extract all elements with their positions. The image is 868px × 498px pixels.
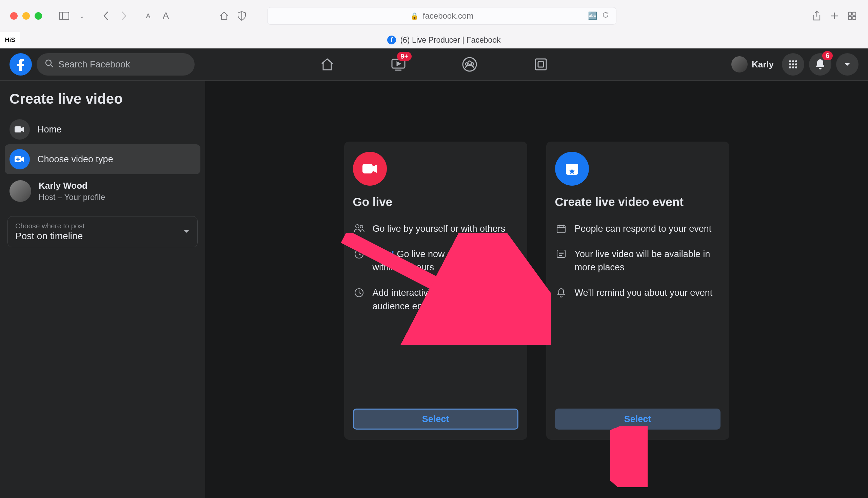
minimize-window-button[interactable] bbox=[22, 12, 30, 19]
camera-icon bbox=[10, 119, 30, 140]
watch-badge: 9+ bbox=[397, 52, 412, 61]
chevron-down-icon bbox=[183, 229, 190, 235]
text-size-small-icon[interactable]: A bbox=[142, 10, 154, 22]
nav-home[interactable] bbox=[312, 49, 343, 80]
facebook-logo[interactable] bbox=[10, 53, 32, 76]
card-create-event: Create live video event People can respo… bbox=[546, 142, 729, 440]
search-placeholder: Search Facebook bbox=[58, 59, 130, 70]
card-title: Create live video event bbox=[555, 195, 720, 209]
nav-gaming[interactable] bbox=[525, 49, 556, 80]
search-input[interactable]: Search Facebook bbox=[37, 53, 195, 76]
feature-row: New! Go live now or automatically within… bbox=[353, 248, 519, 274]
svg-point-15 bbox=[792, 60, 794, 62]
forward-button[interactable] bbox=[118, 10, 129, 22]
text-size-large-icon[interactable]: A bbox=[160, 10, 171, 22]
tab-strip: HiS f (6) Live Producer | Facebook bbox=[0, 32, 868, 48]
svg-point-6 bbox=[46, 60, 51, 65]
avatar bbox=[10, 180, 31, 202]
live-camera-icon bbox=[353, 152, 387, 186]
svg-point-10 bbox=[465, 63, 468, 65]
clock-icon bbox=[353, 286, 365, 313]
svg-point-21 bbox=[792, 66, 794, 68]
select-go-live-button[interactable]: Select bbox=[353, 409, 519, 430]
tab-dropdown-icon[interactable]: ⌄ bbox=[76, 10, 88, 22]
sidebar-item-home[interactable]: Home bbox=[5, 115, 200, 144]
svg-point-19 bbox=[795, 63, 797, 65]
content-area: Go live Go live by yourself or with othe… bbox=[205, 81, 868, 498]
tab-overview-icon[interactable] bbox=[846, 10, 858, 22]
account-dropdown-button[interactable] bbox=[836, 53, 858, 76]
svg-point-16 bbox=[795, 60, 797, 62]
svg-rect-31 bbox=[566, 164, 578, 167]
menu-button[interactable] bbox=[782, 53, 804, 76]
svg-point-20 bbox=[789, 66, 791, 68]
svg-rect-2 bbox=[848, 12, 851, 15]
card-title: Go live bbox=[353, 195, 519, 209]
svg-rect-5 bbox=[853, 17, 856, 19]
calendar-event-icon bbox=[555, 152, 589, 186]
translate-icon[interactable]: 🔤 bbox=[588, 12, 597, 20]
search-icon bbox=[45, 59, 54, 70]
svg-point-18 bbox=[792, 63, 794, 65]
lock-icon: 🔒 bbox=[410, 12, 419, 20]
svg-rect-25 bbox=[362, 164, 373, 173]
profile-chip[interactable]: Karly bbox=[731, 56, 774, 73]
svg-point-27 bbox=[360, 225, 363, 228]
svg-point-17 bbox=[789, 63, 791, 65]
plus-camera-icon bbox=[10, 149, 30, 169]
url-text: facebook.com bbox=[423, 11, 473, 21]
svg-point-22 bbox=[795, 66, 797, 68]
sidebar: Create live video Home Choose video type… bbox=[0, 81, 205, 498]
svg-point-26 bbox=[356, 225, 359, 228]
sidebar-item-choose-type[interactable]: Choose video type bbox=[5, 144, 200, 174]
svg-point-9 bbox=[468, 61, 471, 64]
share-icon[interactable] bbox=[811, 10, 822, 22]
select-event-button[interactable]: Select bbox=[555, 409, 720, 430]
svg-rect-13 bbox=[538, 62, 544, 67]
calendar-icon bbox=[555, 222, 567, 235]
close-window-button[interactable] bbox=[10, 12, 18, 19]
facebook-favicon: f bbox=[387, 36, 396, 44]
privacy-shield-icon[interactable] bbox=[236, 10, 247, 22]
feature-row: Go live by yourself or with others bbox=[353, 222, 519, 235]
notifications-button[interactable]: 6 bbox=[809, 53, 831, 76]
nav-watch[interactable]: 9+ bbox=[383, 49, 414, 80]
svg-rect-4 bbox=[848, 17, 851, 19]
svg-rect-12 bbox=[535, 59, 546, 70]
nav-groups[interactable] bbox=[454, 49, 485, 80]
browser-toolbar: ⌄ A A 🔒 facebook.com 🔤 bbox=[0, 0, 868, 32]
zoom-window-button[interactable] bbox=[35, 12, 42, 19]
bell-icon bbox=[555, 286, 567, 300]
svg-rect-3 bbox=[853, 12, 856, 15]
newsfeed-icon bbox=[555, 248, 567, 274]
people-icon bbox=[353, 222, 365, 235]
feature-row: Your live video will be available in mor… bbox=[555, 248, 720, 274]
post-destination-select[interactable]: Choose where to post Post on timeline bbox=[8, 216, 198, 247]
svg-rect-23 bbox=[15, 126, 21, 132]
svg-point-11 bbox=[472, 63, 474, 65]
avatar bbox=[731, 56, 748, 73]
address-bar[interactable]: 🔒 facebook.com 🔤 bbox=[267, 7, 616, 25]
window-controls bbox=[10, 12, 42, 19]
new-tab-icon[interactable] bbox=[829, 10, 840, 22]
sidebar-title: Create live video bbox=[5, 88, 200, 115]
svg-rect-32 bbox=[557, 226, 565, 233]
nav-center: 9+ bbox=[312, 49, 556, 80]
feature-row: Add interactivity tools to keep your aud… bbox=[353, 286, 519, 313]
reload-icon[interactable] bbox=[602, 11, 609, 21]
back-button[interactable] bbox=[100, 10, 112, 22]
feature-row: People can respond to your event bbox=[555, 222, 720, 235]
tab-hts[interactable]: HiS bbox=[0, 32, 20, 48]
sidebar-profile[interactable]: Karly Wood Host – Your profile bbox=[5, 174, 200, 208]
svg-rect-0 bbox=[59, 12, 69, 19]
svg-point-14 bbox=[789, 60, 791, 62]
clock-icon bbox=[353, 248, 365, 274]
card-go-live: Go live Go live by yourself or with othe… bbox=[344, 142, 527, 440]
facebook-header: Search Facebook 9+ Karly 6 bbox=[0, 49, 868, 81]
header-right: Karly 6 bbox=[731, 53, 858, 76]
notif-badge: 6 bbox=[822, 51, 833, 60]
sidebar-toggle-icon[interactable] bbox=[58, 10, 70, 22]
feature-row: We'll remind you about your event bbox=[555, 286, 720, 300]
browser-chrome: ⌄ A A 🔒 facebook.com 🔤 bbox=[0, 0, 868, 49]
home-icon[interactable] bbox=[218, 10, 230, 22]
